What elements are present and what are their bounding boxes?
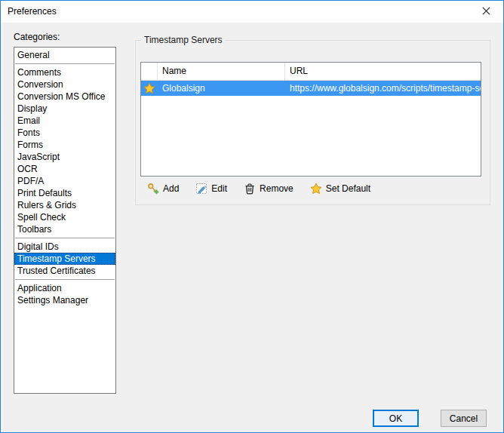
close-button[interactable] bbox=[469, 1, 503, 23]
category-item[interactable]: Timestamp Servers bbox=[14, 253, 115, 265]
close-icon bbox=[482, 6, 490, 17]
categories-label: Categories: bbox=[14, 32, 60, 42]
remove-button[interactable]: Remove bbox=[239, 180, 298, 197]
table-body: Globalsignhttps://www.globalsign.com/scr… bbox=[141, 81, 481, 96]
category-item[interactable]: Comments bbox=[14, 66, 115, 78]
column-header: Name bbox=[158, 63, 285, 80]
ok-button[interactable]: OK bbox=[373, 410, 419, 427]
category-item[interactable]: PDF/A bbox=[14, 175, 115, 187]
category-item[interactable]: OCR bbox=[14, 163, 115, 175]
default-star-icon bbox=[141, 82, 158, 94]
category-item[interactable]: Application bbox=[14, 282, 115, 294]
category-item[interactable]: Spell Check bbox=[14, 211, 115, 223]
servers-table[interactable]: NameURL Globalsignhttps://www.globalsign… bbox=[140, 62, 481, 177]
server-url-cell: https://www.globalsign.com/scripts/times… bbox=[285, 83, 481, 94]
add-icon bbox=[147, 183, 159, 195]
edit-label: Edit bbox=[211, 183, 227, 194]
add-button[interactable]: Add bbox=[143, 180, 183, 197]
column-header bbox=[141, 63, 158, 80]
category-item[interactable]: General bbox=[14, 49, 115, 61]
category-item[interactable]: Email bbox=[14, 115, 115, 127]
server-name-cell: Globalsign bbox=[158, 83, 285, 94]
category-item[interactable]: Settings Manager bbox=[14, 294, 115, 306]
category-item[interactable]: Trusted Certificates bbox=[14, 265, 115, 277]
category-item[interactable]: JavaScript bbox=[14, 151, 115, 163]
category-item[interactable]: Display bbox=[14, 103, 115, 115]
category-item[interactable]: Conversion bbox=[14, 78, 115, 91]
remove-icon bbox=[244, 183, 256, 195]
edit-button[interactable]: Edit bbox=[191, 180, 232, 197]
title-bar: Preferences bbox=[1, 1, 503, 23]
category-separator bbox=[15, 238, 115, 238]
set-default-button[interactable]: Set Default bbox=[306, 180, 375, 197]
categories-list[interactable]: GeneralCommentsConversionConversion MS O… bbox=[14, 47, 116, 394]
table-row[interactable]: Globalsignhttps://www.globalsign.com/scr… bbox=[141, 81, 481, 96]
column-header: URL bbox=[285, 63, 481, 80]
servers-toolbar: Add Edit Remove bbox=[143, 179, 375, 198]
category-item[interactable]: Conversion MS Office bbox=[14, 91, 115, 103]
group-title: Timestamp Servers bbox=[141, 35, 226, 45]
table-header: NameURL bbox=[141, 63, 481, 81]
window-title: Preferences bbox=[8, 1, 57, 23]
remove-label: Remove bbox=[260, 183, 293, 194]
category-item[interactable]: Fonts bbox=[14, 127, 115, 139]
category-item[interactable]: Toolbars bbox=[14, 223, 115, 235]
set-default-label: Set Default bbox=[326, 183, 370, 194]
category-item[interactable]: Print Defaults bbox=[14, 187, 115, 199]
set-default-star-icon bbox=[310, 183, 322, 195]
category-item[interactable]: Digital IDs bbox=[14, 241, 115, 253]
category-separator bbox=[15, 279, 115, 280]
cancel-button[interactable]: Cancel bbox=[441, 410, 487, 427]
add-label: Add bbox=[163, 183, 179, 194]
preferences-dialog: Preferences Categories: GeneralCommentsC… bbox=[0, 0, 504, 433]
edit-icon bbox=[195, 183, 207, 195]
category-item[interactable]: Rulers & Grids bbox=[14, 199, 115, 211]
category-item[interactable]: Forms bbox=[14, 139, 115, 151]
category-separator bbox=[15, 63, 115, 64]
